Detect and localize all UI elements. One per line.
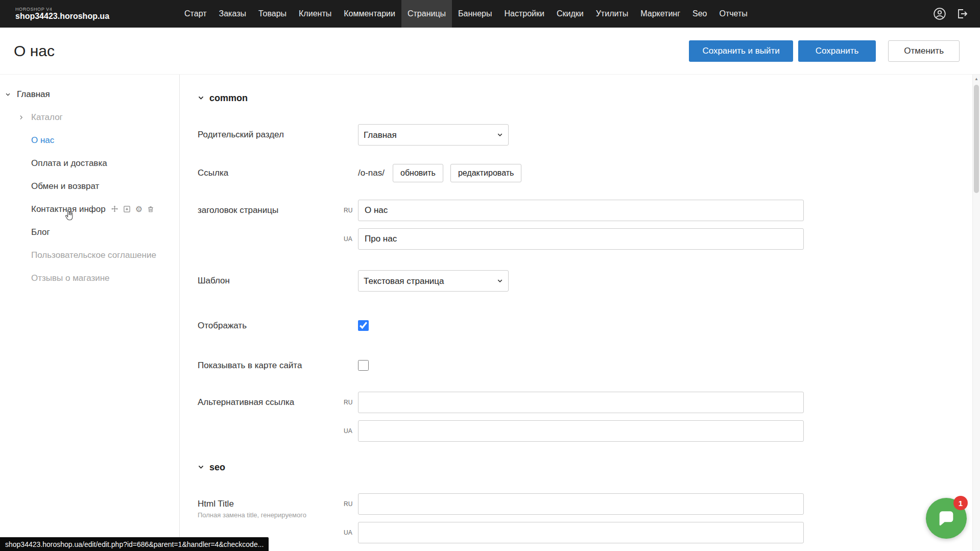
- template-select[interactable]: Текстовая страница: [358, 270, 509, 292]
- sidebar-item-label: Отзывы о магазине: [31, 273, 110, 283]
- display-label: Отображать: [198, 315, 344, 337]
- chat-widget-button[interactable]: 1: [926, 498, 967, 539]
- chevron-right-icon: [18, 114, 24, 120]
- sidebar-item-about[interactable]: О нас: [0, 129, 179, 152]
- lang-ru-badge: RU: [344, 493, 358, 515]
- sidebar-item-exchange-return[interactable]: Обмен и возврат: [0, 175, 179, 198]
- sitemap-label: Показывать в карте сайта: [198, 355, 344, 376]
- page-edit-form: common Родительский раздел Главная Ссылк…: [180, 75, 980, 551]
- page-title-ru-input[interactable]: [358, 200, 804, 221]
- sidebar-item-user-agreement[interactable]: Пользовательское соглашение: [0, 244, 179, 267]
- template-row: Шаблон Текстовая страница: [198, 270, 980, 292]
- link-edit-button[interactable]: редактировать: [450, 164, 521, 182]
- sidebar-item-label: Главная: [17, 89, 50, 100]
- menu-item-orders[interactable]: Заказы: [213, 0, 252, 28]
- lang-ru-badge: RU: [344, 200, 358, 221]
- link-update-button[interactable]: обновить: [393, 164, 443, 182]
- sidebar-item-label: Оплата и доставка: [31, 158, 107, 169]
- page-header: О нас Сохранить и выйти Сохранить Отмени…: [0, 28, 980, 75]
- lang-ua-badge: UA: [344, 522, 358, 543]
- html-title-label: Html Title: [198, 493, 344, 510]
- brand-domain: shop34423.horoshop.ua: [15, 12, 109, 21]
- add-page-icon[interactable]: [123, 205, 131, 213]
- display-checkbox[interactable]: [358, 320, 369, 331]
- scroll-up-arrow-icon[interactable]: ▲: [973, 75, 980, 83]
- sidebar-item-label: О нас: [31, 135, 54, 146]
- lang-ua-badge: UA: [344, 228, 358, 250]
- page-title: О нас: [14, 42, 55, 60]
- menu-item-marketing[interactable]: Маркетинг: [634, 0, 686, 28]
- menu-item-products[interactable]: Товары: [252, 0, 293, 28]
- chevron-down-icon: [5, 91, 11, 97]
- menu-item-comments[interactable]: Комментарии: [338, 0, 401, 28]
- sidebar-item-label: Контактная инфор: [31, 204, 106, 214]
- status-bar-url: shop34423.horoshop.ua/edit/edit.php?id=6…: [0, 537, 269, 551]
- menu-item-pages[interactable]: Страницы: [401, 0, 452, 28]
- scrollbar-thumb[interactable]: [974, 85, 979, 193]
- menu-item-clients[interactable]: Клиенты: [293, 0, 338, 28]
- lang-ru-badge: RU: [344, 392, 358, 413]
- header-actions: Сохранить и выйти Сохранить Отменить: [689, 40, 960, 62]
- section-seo-header[interactable]: seo: [198, 462, 980, 473]
- html-title-ru-input[interactable]: [358, 493, 804, 515]
- menu-item-settings[interactable]: Настройки: [498, 0, 550, 28]
- parent-section-select[interactable]: Главная: [358, 124, 509, 146]
- alt-link-row: Альтернативная ссылка RU UA: [198, 392, 980, 442]
- alt-link-ru-input[interactable]: [358, 392, 804, 413]
- drag-move-icon[interactable]: [111, 205, 118, 213]
- page: HOROSHOP V4 shop34423.horoshop.ua Старт …: [0, 0, 980, 551]
- settings-gear-icon[interactable]: ⚙: [135, 205, 142, 213]
- template-label: Шаблон: [198, 270, 344, 292]
- logout-icon[interactable]: [955, 8, 968, 20]
- sidebar-item-label: Обмен и возврат: [31, 181, 99, 191]
- link-row: Ссылка /o-nas/ обновить редактировать: [198, 164, 980, 182]
- alt-link-label: Альтернативная ссылка: [198, 392, 344, 413]
- sitemap-row: Показывать в карте сайта: [198, 355, 980, 376]
- link-url-value: /o-nas/: [358, 164, 385, 182]
- tree-item-tools: ⚙: [111, 205, 154, 213]
- lang-ua-badge: UA: [344, 420, 358, 442]
- brand: HOROSHOP V4 shop34423.horoshop.ua: [15, 0, 109, 28]
- sidebar-item-label: Пользовательское соглашение: [31, 250, 156, 260]
- parent-section-select-wrap: Главная: [358, 124, 509, 146]
- section-seo: seo Html Title Полная замена title, гене…: [198, 462, 980, 543]
- menu-item-utilities[interactable]: Утилиты: [590, 0, 635, 28]
- section-common-title: common: [209, 93, 248, 104]
- page-title-row: заголовок страницы RU UA: [198, 200, 980, 250]
- sidebar-item-home[interactable]: Главная: [0, 83, 179, 106]
- sitemap-checkbox[interactable]: [358, 360, 369, 371]
- link-label: Ссылка: [198, 164, 344, 182]
- sidebar-item-contact-info[interactable]: Контактная инфор ⚙: [0, 198, 179, 221]
- brand-version: HOROSHOP V4: [15, 7, 109, 12]
- html-title-row: Html Title Полная замена title, генериру…: [198, 493, 980, 543]
- sidebar-item-label: Каталог: [31, 112, 63, 123]
- html-title-label-block: Html Title Полная замена title, генериру…: [198, 493, 344, 519]
- body: Главная Каталог О нас Оплата и доставка …: [0, 75, 980, 551]
- sidebar-item-blog[interactable]: Блог: [0, 221, 179, 244]
- save-button[interactable]: Сохранить: [798, 40, 876, 62]
- menu-item-banners[interactable]: Баннеры: [452, 0, 498, 28]
- section-seo-title: seo: [209, 462, 225, 473]
- account-icon[interactable]: [933, 7, 946, 20]
- sidebar-item-store-reviews[interactable]: Отзывы о магазине: [0, 267, 179, 290]
- menu-item-discounts[interactable]: Скидки: [551, 0, 590, 28]
- parent-section-row: Родительский раздел Главная: [198, 124, 980, 146]
- sidebar-item-catalog[interactable]: Каталог: [0, 106, 179, 129]
- template-select-wrap: Текстовая страница: [358, 270, 509, 292]
- chat-unread-badge: 1: [953, 496, 968, 510]
- delete-trash-icon[interactable]: [147, 205, 154, 213]
- alt-link-ua-input[interactable]: [358, 420, 804, 442]
- vertical-scrollbar[interactable]: ▲: [972, 75, 980, 551]
- chevron-down-icon: [198, 93, 204, 104]
- save-exit-button[interactable]: Сохранить и выйти: [689, 40, 793, 62]
- sidebar-item-payment-delivery[interactable]: Оплата и доставка: [0, 152, 179, 175]
- menu-item-start[interactable]: Старт: [178, 0, 212, 28]
- menu-item-seo[interactable]: Seo: [686, 0, 713, 28]
- main-menu: Старт Заказы Товары Клиенты Комментарии …: [178, 0, 933, 28]
- menu-item-reports[interactable]: Отчеты: [713, 0, 754, 28]
- cancel-button[interactable]: Отменить: [888, 40, 960, 62]
- page-title-ua-input[interactable]: [358, 228, 804, 250]
- page-title-label: заголовок страницы: [198, 200, 344, 221]
- section-common-header[interactable]: common: [198, 93, 980, 104]
- html-title-ua-input[interactable]: [358, 522, 804, 543]
